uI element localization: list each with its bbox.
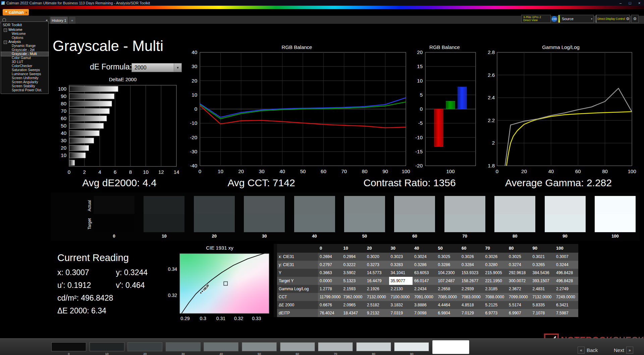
level-button-20[interactable] [127,342,162,351]
level-button-10[interactable] [90,342,124,351]
table-cell[interactable]: 7099.0000 [507,293,531,301]
table-cell[interactable]: 0.3025 [436,253,460,261]
level-button-30[interactable] [166,342,201,351]
table-cell[interactable]: 5.5174 [507,301,531,309]
table-cell[interactable]: 4.4464 [436,301,460,309]
table-cell[interactable]: 0.3025 [507,253,531,261]
table-cell[interactable]: 2.2939 [460,285,484,293]
table-cell[interactable]: 384.5436 [531,269,555,277]
level-button-80[interactable] [356,342,391,351]
table-cell[interactable]: 5.1323 [342,277,366,285]
table-cell[interactable]: 0.3284 [460,261,484,269]
sidebar-item-luminance-sweeps[interactable]: Luminance Sweeps [1,72,48,76]
tree-section-welcome[interactable]: -Welcome [1,28,48,32]
level-button-0[interactable] [51,342,86,351]
de-formula-select[interactable]: 2000 ▼ [131,63,182,72]
table-cell[interactable]: 7.0129 [460,309,484,317]
table-cell[interactable]: 104.2300 [436,269,460,277]
table-cell[interactable]: 7132.0000 [365,293,389,301]
table-cell[interactable]: 76.4024 [318,309,342,317]
sidebar-item-3d-lut[interactable]: 3D LUT [1,60,48,64]
table-cell[interactable]: 7085.0000 [436,293,460,301]
table-cell[interactable]: 7.5987 [554,309,578,317]
table-cell[interactable]: 292.9618 [507,269,531,277]
table-cell[interactable]: 496.8428 [554,277,578,285]
level-button-50[interactable] [242,342,277,351]
table-cell[interactable]: 2.2130 [389,285,413,293]
level-button-100[interactable] [432,340,469,354]
table-cell[interactable]: 1.2778 [318,285,342,293]
table-cell[interactable]: 0.0000 [318,277,342,285]
table-cell[interactable]: 7.1078 [531,309,555,317]
table-cell[interactable]: 0.3663 [318,269,342,277]
table-cell[interactable]: 0.3286 [413,261,436,269]
table-cell[interactable]: 0.3021 [531,253,555,261]
table-cell[interactable]: 5.8335 [531,301,555,309]
tab-history-1[interactable]: History 1 [50,17,68,24]
table-cell[interactable]: 6.9907 [507,309,531,317]
sidebar-item-grayscale-multi[interactable]: Grayscale - Multi [1,52,48,56]
level-button-90[interactable] [394,342,429,351]
table-cell[interactable]: 0.3280 [484,261,507,269]
table-cell[interactable]: 2.2749 [554,285,578,293]
table-cell[interactable]: 7249.0000 [554,293,578,301]
table-cell[interactable]: 300.0072 [507,277,531,285]
table-cell[interactable]: 221.1950 [484,277,507,285]
table-cell[interactable]: 0.3265 [531,261,555,269]
table-cell[interactable]: 0.3244 [554,261,578,269]
table-cell[interactable]: 0.3222 [342,261,366,269]
table-cell[interactable]: 7100.0000 [389,293,413,301]
table-cell[interactable]: 34.1041 [389,269,413,277]
table-cell[interactable]: 0.2797 [318,261,342,269]
table-cell[interactable]: 4.8518 [460,301,484,309]
table-cell[interactable]: 6.3421 [554,301,578,309]
table-cell[interactable]: 0.2994 [342,253,366,261]
close-button[interactable]: × [635,1,644,5]
sidebar-item-spectral-power-dist[interactable]: Spectral Power Dist. [1,88,48,92]
table-cell[interactable]: 6.9804 [436,309,460,317]
table-cell[interactable]: 18.4347 [342,309,366,317]
sidebar-item-screen-stability[interactable]: Screen Stability [1,84,48,88]
table-cell[interactable]: 7132.0000 [531,293,555,301]
sidebar-item-colorchecker[interactable]: ColorChecker [1,64,48,68]
table-cell[interactable]: 63.6053 [413,269,436,277]
maximize-button[interactable]: □ [625,1,635,5]
table-cell[interactable]: 2.1593 [342,285,366,293]
table-cell[interactable]: 7088.0000 [484,293,507,301]
table-cell[interactable]: 7083.0000 [460,293,484,301]
sidebar-item-grayscale-2pt[interactable]: Grayscale - 2pt [1,48,48,52]
table-cell[interactable]: 9.2132 [365,309,389,317]
table-cell[interactable]: 0.3026 [460,253,484,261]
table-cell[interactable]: 6.9773 [484,309,507,317]
table-cell[interactable]: 2.5182 [365,301,389,309]
table-cell[interactable]: 393.1507 [531,277,555,285]
table-cell[interactable]: 14.5773 [365,269,389,277]
table-cell[interactable]: 3.5902 [342,269,366,277]
direct-display-control-button[interactable]: Direct Display Control ⚙ [596,15,630,23]
table-cell[interactable]: 215.9005 [484,269,507,277]
table-cell[interactable]: 2.3185 [484,285,507,293]
next-button[interactable]: Next » [614,346,633,354]
table-cell[interactable]: 35.9077 [389,277,413,285]
table-cell[interactable]: 2.2658 [436,285,460,293]
table-cell[interactable]: 0.3286 [436,261,460,269]
tree-section-analysis[interactable]: -Analysis [1,40,48,44]
level-button-40[interactable] [204,342,238,351]
table-cell[interactable]: 66.0147 [413,277,436,285]
table-cell[interactable]: 7362.0000 [342,293,366,301]
calman-menu-button[interactable]: * calman ▾ [3,9,29,15]
table-cell[interactable]: 0.6676 [318,301,342,309]
table-cell[interactable]: 2.4831 [531,285,555,293]
table-cell[interactable]: 107.2487 [436,277,460,285]
sidebar-item-welcome[interactable]: Welcome [1,32,48,36]
source-button[interactable]: Source ▾ [558,15,594,23]
level-button-60[interactable] [280,342,315,351]
table-cell[interactable]: 2.1926 [365,285,389,293]
minimize-button[interactable]: – [616,1,625,5]
table-cell[interactable]: 0.3023 [389,253,413,261]
add-tab-button[interactable]: + [69,17,75,24]
table-cell[interactable]: 0.3020 [365,253,389,261]
table-cell[interactable]: 3.1832 [389,301,413,309]
table-cell[interactable]: 496.8428 [554,269,578,277]
sidebar-item-dynamic-range[interactable]: Dynamic Range [1,44,48,48]
